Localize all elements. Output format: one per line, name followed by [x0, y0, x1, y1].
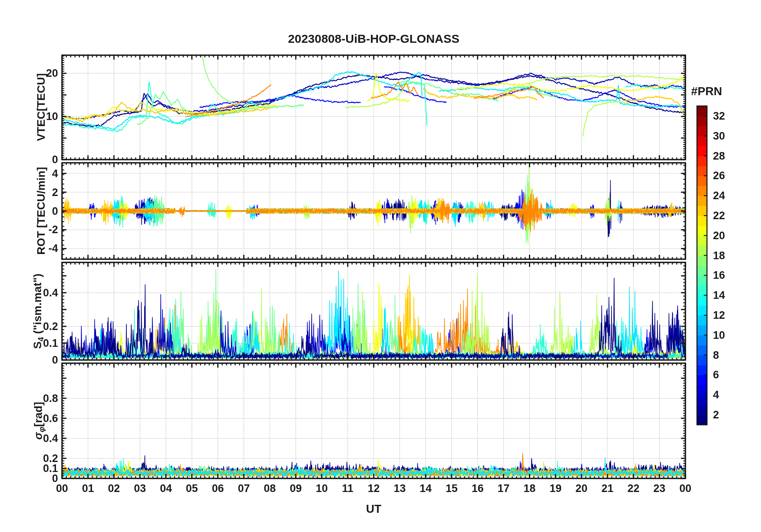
x-tick-label: 11: [342, 482, 354, 495]
colorbar-tick-label: 2: [713, 409, 719, 421]
colorbar-tick-label: 32: [713, 110, 725, 122]
x-tick-label: 07: [238, 482, 250, 495]
x-tick-label: 08: [264, 482, 276, 495]
y-tick-label: 0.2: [18, 452, 58, 464]
colorbar-tick-label: 16: [713, 269, 725, 282]
x-tick-label: 09: [290, 482, 302, 495]
y-tick-label: 0: [18, 354, 58, 366]
colorbar-tick-label: 30: [713, 130, 725, 142]
x-tick-label: 17: [498, 482, 510, 495]
colorbar-tick-label: 14: [713, 289, 725, 302]
y-tick-label: 2: [18, 186, 58, 198]
x-tick-label: 13: [394, 482, 406, 495]
figure-canvas: [0, 0, 761, 532]
y-axis-label-vtec: VTEC[TECU]: [35, 73, 48, 141]
y-tick-label: 0: [18, 154, 58, 166]
colorbar-tick-label: 6: [713, 369, 719, 381]
x-tick-label: 00: [679, 482, 691, 495]
x-tick-label: 05: [186, 482, 198, 495]
colorbar-tick-label: 18: [713, 249, 725, 262]
x-tick-label: 03: [134, 482, 146, 495]
x-tick-label: 22: [627, 482, 639, 495]
colorbar-tick-label: 12: [713, 309, 725, 322]
y-tick-label: 20: [18, 67, 58, 80]
x-tick-label: 15: [446, 482, 458, 495]
figure: 20230808-UiB-HOP-GLONASS VTEC[TECU] ROT …: [0, 0, 761, 532]
x-tick-label: 23: [653, 482, 665, 495]
x-tick-label: 02: [108, 482, 120, 495]
colorbar-tick-label: 8: [713, 349, 719, 361]
x-tick-label: 12: [368, 482, 380, 495]
colorbar-tick-label: 26: [713, 170, 725, 182]
colorbar-tick-label: 10: [713, 329, 725, 341]
x-tick-label: 01: [82, 482, 94, 495]
y-tick-label: -4: [18, 242, 58, 255]
x-tick-label: 06: [212, 482, 224, 495]
y-tick-label: 4: [18, 167, 58, 180]
y-tick-label: 10: [18, 110, 58, 123]
y-tick-label: 0: [18, 205, 58, 217]
colorbar-tick-label: 28: [713, 150, 725, 162]
y-tick-label: 0.6: [18, 412, 58, 424]
y-tick-label: 0.8: [18, 392, 58, 404]
colorbar-tick-label: 24: [713, 190, 725, 202]
figure-title: 20230808-UiB-HOP-GLONASS: [288, 32, 459, 46]
y-tick-label: 0.4: [18, 286, 58, 299]
x-tick-label: 20: [575, 482, 587, 495]
x-tick-label: 19: [549, 482, 561, 495]
colorbar-tick-label: 22: [713, 209, 725, 222]
x-tick-label: 18: [523, 482, 535, 495]
y-tick-label: 0.4: [18, 432, 58, 444]
y-tick-label: -2: [18, 224, 58, 236]
x-tick-label: 14: [420, 482, 432, 495]
x-axis-label: UT: [366, 502, 382, 516]
x-tick-label: 10: [316, 482, 328, 495]
colorbar-tick-label: 20: [713, 229, 725, 242]
x-tick-label: 04: [160, 482, 172, 495]
x-tick-label: 16: [472, 482, 484, 495]
y-tick-label: 0.2: [18, 320, 58, 332]
colorbar-tick-label: 4: [713, 389, 719, 401]
x-tick-label: 21: [601, 482, 613, 495]
colorbar-title: #PRN: [691, 85, 722, 98]
y-tick-label: 0.1: [18, 337, 58, 349]
